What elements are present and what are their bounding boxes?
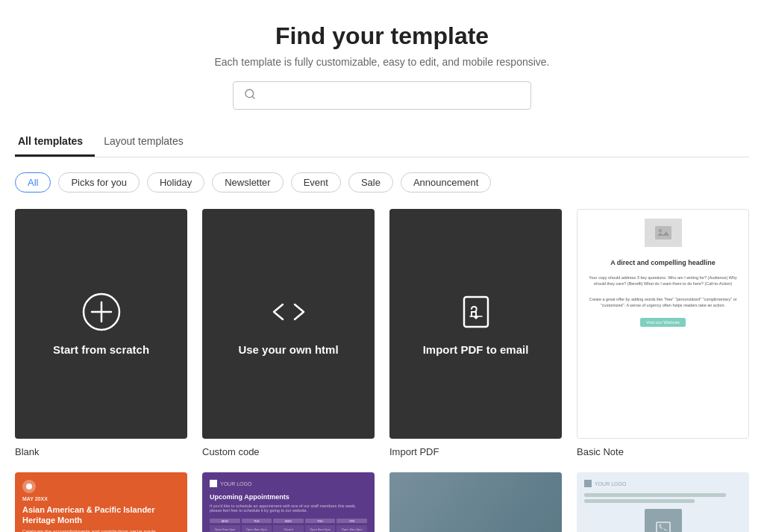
- custom-code-label: Use your own html: [238, 343, 338, 356]
- filter-chip-picks[interactable]: Picks for you: [58, 172, 139, 193]
- filter-chip-announcement[interactable]: Announcement: [401, 172, 491, 193]
- import-pdf-label: Import PDF to email: [423, 343, 529, 356]
- svg-point-8: [659, 525, 661, 527]
- templates-row-1: Start from scratch Blank Use your own ht…: [15, 209, 749, 457]
- help-photo-thumbnail: HELP: [389, 472, 562, 532]
- row1-thu: Open 8am-6pm: [305, 525, 336, 532]
- light-logo-text: YOUR LOGO: [595, 481, 626, 486]
- day-tue: TUE: [242, 519, 272, 523]
- light-img-placeholder: [645, 509, 682, 532]
- purple-logo-area: YOUR LOGO: [210, 480, 367, 487]
- purple-table-header: MON TUE WED THU FRI: [210, 519, 367, 523]
- purple-logo-square: [210, 480, 217, 487]
- row1-wed: Closed: [273, 525, 304, 532]
- filter-chip-holiday[interactable]: Holiday: [147, 172, 204, 193]
- template-appointments[interactable]: YOUR LOGO Upcoming Appointments If you'd…: [202, 472, 375, 532]
- orange-card-inner: MAY 20XX Asian American & Pacific Island…: [15, 472, 187, 532]
- row1-fri: Open 8am-6pm: [336, 525, 367, 532]
- header: Find your template Each template is full…: [15, 22, 749, 110]
- purple-row-1: Open 8am-6pm Open 8am-6pm Closed Open 8a…: [210, 525, 367, 532]
- purple-table: MON TUE WED THU FRI Open 8am-6pm Open 8a…: [210, 519, 367, 532]
- plus-circle-icon: [82, 292, 121, 334]
- custom-code-name: Custom code: [202, 446, 375, 457]
- template-custom-code[interactable]: Use your own html Custom code: [202, 209, 375, 457]
- search-box: [233, 81, 531, 110]
- basic-note-thumbnail: A direct and compelling headline Your co…: [577, 209, 749, 439]
- light-logo-area: YOUR LOGO: [584, 480, 742, 487]
- templates-row-2: MAY 20XX Asian American & Pacific Island…: [15, 472, 749, 532]
- tab-layout-templates[interactable]: Layout templates: [101, 128, 195, 157]
- orange-icon: [22, 480, 36, 493]
- basic-note-button: Visit our Website: [640, 318, 686, 327]
- basic-note-inner-body2: Create a great offer by adding words lik…: [586, 296, 739, 309]
- import-pdf-name: Import PDF: [389, 446, 562, 457]
- light-line-1: [584, 493, 726, 497]
- asian-heritage-thumbnail: MAY 20XX Asian American & Pacific Island…: [15, 472, 187, 532]
- blank-thumbnail: Start from scratch: [15, 209, 187, 439]
- row1-tue: Open 8am-6pm: [242, 525, 272, 532]
- orange-subtitle: Celebrate the accomplishments and contri…: [22, 529, 180, 532]
- day-thu: THU: [305, 519, 336, 523]
- filter-chips: All Picks for you Holiday Newsletter Eve…: [15, 172, 749, 193]
- custom-code-thumbnail: Use your own html: [202, 209, 375, 439]
- filter-chip-sale[interactable]: Sale: [348, 172, 393, 193]
- basic-note-inner-body: Your copy should address 3 key questions…: [586, 275, 739, 287]
- template-asian-heritage[interactable]: MAY 20XX Asian American & Pacific Island…: [15, 472, 187, 532]
- light-logo-square: [584, 480, 592, 487]
- page-container: Find your template Each template is full…: [0, 0, 764, 532]
- purple-subtext: If you'd like to schedule an appointment…: [210, 504, 367, 513]
- basic-note-inner-title: A direct and compelling headline: [586, 259, 739, 266]
- template-import-pdf[interactable]: Import PDF to email Import PDF: [389, 209, 562, 457]
- template-blank[interactable]: Start from scratch Blank: [15, 209, 187, 457]
- svg-line-1: [252, 96, 254, 98]
- page-subtitle: Each template is fully customizable, eas…: [15, 56, 749, 68]
- file-pdf-icon: [457, 292, 495, 334]
- blank-name: Blank: [15, 446, 187, 457]
- svg-point-7: [659, 229, 662, 232]
- filter-chip-newsletter[interactable]: Newsletter: [212, 172, 283, 193]
- basic-note-name: Basic Note: [577, 446, 749, 457]
- template-logo-light[interactable]: YOUR LOGO Basic Newsletter: [577, 472, 749, 532]
- search-container: [15, 81, 749, 110]
- filter-chip-event[interactable]: Event: [291, 172, 341, 193]
- day-wed: WED: [273, 519, 304, 523]
- search-input[interactable]: [262, 90, 520, 101]
- day-fri: FRI: [336, 519, 367, 523]
- purple-card-inner: YOUR LOGO Upcoming Appointments If you'd…: [202, 472, 375, 532]
- svg-rect-6: [655, 226, 671, 240]
- day-mon: MON: [210, 519, 240, 523]
- light-blue-thumbnail: YOUR LOGO: [577, 472, 749, 532]
- search-icon: [244, 88, 256, 103]
- orange-date: MAY 20XX: [22, 496, 180, 501]
- code-icon: [269, 292, 308, 334]
- purple-heading: Upcoming Appointments: [210, 493, 367, 501]
- filter-chip-all[interactable]: All: [15, 172, 51, 193]
- orange-title: Asian American & Pacific Islander Herita…: [22, 504, 180, 526]
- row1-mon: Open 8am-6pm: [210, 525, 240, 532]
- tabs-container: All templates Layout templates: [15, 128, 749, 157]
- appointments-thumbnail: YOUR LOGO Upcoming Appointments If you'd…: [202, 472, 375, 532]
- purple-logo-text: YOUR LOGO: [220, 481, 251, 486]
- tab-all-templates[interactable]: All templates: [15, 128, 95, 157]
- import-pdf-thumbnail: Import PDF to email: [389, 209, 562, 439]
- light-line-2: [584, 499, 695, 503]
- template-help-photo[interactable]: HELP Help Newsletter: [389, 472, 562, 532]
- basic-note-image-placeholder: [645, 219, 682, 247]
- template-basic-note[interactable]: A direct and compelling headline Your co…: [577, 209, 749, 457]
- page-title: Find your template: [15, 22, 749, 50]
- blank-label: Start from scratch: [53, 343, 149, 356]
- light-card-inner: YOUR LOGO: [577, 472, 749, 532]
- photo-inner: HELP: [389, 472, 562, 532]
